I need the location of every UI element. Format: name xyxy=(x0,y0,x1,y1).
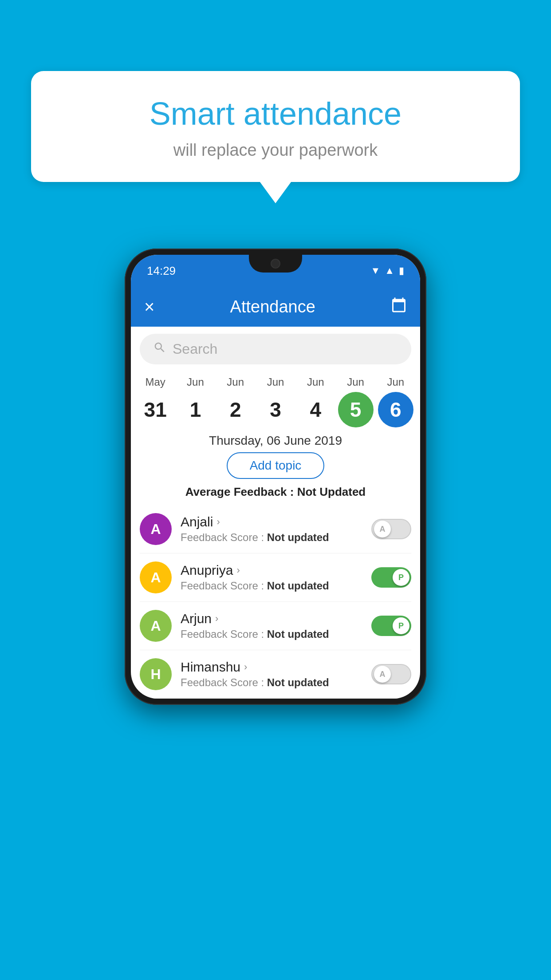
status-time: 14:29 xyxy=(147,264,176,278)
cal-date-number: 31 xyxy=(138,392,173,427)
battery-icon: ▮ xyxy=(399,265,404,277)
calendar-day[interactable]: Jun6 xyxy=(378,376,413,427)
cal-date-number: 6 xyxy=(378,392,413,427)
student-name: Anupriya › xyxy=(181,563,362,578)
calendar-day[interactable]: Jun4 xyxy=(298,376,333,427)
calendar-day[interactable]: May31 xyxy=(138,376,173,427)
signal-icon: ▲ xyxy=(385,265,394,277)
speech-bubble: Smart attendance will replace your paper… xyxy=(31,71,520,182)
attendance-toggle[interactable]: P xyxy=(371,616,411,636)
student-avatar: A xyxy=(140,513,172,545)
add-topic-button[interactable]: Add topic xyxy=(227,452,325,479)
chevron-right-icon: › xyxy=(216,516,220,528)
attendance-toggle[interactable]: P xyxy=(371,567,411,588)
cal-month-label: May xyxy=(145,376,165,388)
avg-feedback-value: Not Updated xyxy=(297,485,366,498)
calendar-icon[interactable] xyxy=(391,297,407,316)
cal-date-number: 1 xyxy=(177,392,213,427)
search-bar[interactable]: Search xyxy=(140,334,411,364)
student-list: AAnjali ›Feedback Score : Not updatedAAA… xyxy=(131,505,420,699)
phone-outer: 14:29 ▼ ▲ ▮ × Attendance xyxy=(125,249,426,705)
student-name: Arjun › xyxy=(181,611,362,626)
chevron-right-icon: › xyxy=(215,613,218,624)
student-feedback-score: Feedback Score : Not updated xyxy=(181,676,362,689)
app-header: × Attendance xyxy=(131,287,420,327)
student-feedback-score: Feedback Score : Not updated xyxy=(181,628,362,640)
calendar-day[interactable]: Jun5 xyxy=(338,376,374,427)
selected-date-label: Thursday, 06 June 2019 xyxy=(131,434,420,448)
student-info: Himanshu ›Feedback Score : Not updated xyxy=(181,660,362,689)
wifi-icon: ▼ xyxy=(370,265,380,277)
cal-month-label: Jun xyxy=(307,376,324,388)
student-item[interactable]: HHimanshu ›Feedback Score : Not updatedA xyxy=(140,650,411,699)
calendar-day[interactable]: Jun2 xyxy=(218,376,253,427)
student-feedback-score: Feedback Score : Not updated xyxy=(181,531,362,544)
cal-date-number: 3 xyxy=(258,392,293,427)
student-item[interactable]: AAnjali ›Feedback Score : Not updatedA xyxy=(140,505,411,553)
calendar-strip: May31Jun1Jun2Jun3Jun4Jun5Jun6 xyxy=(131,371,420,427)
cal-month-label: Jun xyxy=(227,376,244,388)
notch xyxy=(249,255,302,273)
close-button[interactable]: × xyxy=(144,297,154,317)
search-placeholder: Search xyxy=(173,341,217,357)
student-item[interactable]: AAnupriya ›Feedback Score : Not updatedP xyxy=(140,553,411,602)
search-icon xyxy=(153,341,166,357)
front-camera xyxy=(271,259,280,269)
avg-feedback-label: Average Feedback : xyxy=(185,485,297,498)
cal-date-number: 5 xyxy=(338,392,374,427)
student-avatar: A xyxy=(140,561,172,593)
attendance-toggle[interactable]: A xyxy=(371,519,411,539)
student-item[interactable]: AArjun ›Feedback Score : Not updatedP xyxy=(140,602,411,650)
phone-screen: 14:29 ▼ ▲ ▮ × Attendance xyxy=(131,255,420,699)
cal-date-number: 2 xyxy=(218,392,253,427)
app-title: Attendance xyxy=(230,297,315,316)
cal-month-label: Jun xyxy=(347,376,364,388)
attendance-toggle[interactable]: A xyxy=(371,664,411,684)
status-icons: ▼ ▲ ▮ xyxy=(370,265,404,277)
student-feedback-score: Feedback Score : Not updated xyxy=(181,580,362,592)
student-avatar: A xyxy=(140,610,172,642)
cal-date-number: 4 xyxy=(298,392,333,427)
student-info: Anupriya ›Feedback Score : Not updated xyxy=(181,563,362,592)
calendar-day[interactable]: Jun3 xyxy=(258,376,293,427)
student-avatar: H xyxy=(140,658,172,690)
status-bar: 14:29 ▼ ▲ ▮ xyxy=(131,255,420,287)
student-name: Himanshu › xyxy=(181,660,362,675)
cal-month-label: Jun xyxy=(267,376,284,388)
cal-month-label: Jun xyxy=(187,376,204,388)
chevron-right-icon: › xyxy=(244,661,247,673)
bubble-title: Smart attendance xyxy=(58,95,493,132)
bubble-subtitle: will replace your paperwork xyxy=(58,141,493,160)
chevron-right-icon: › xyxy=(236,565,240,576)
avg-feedback: Average Feedback : Not Updated xyxy=(131,485,420,499)
student-info: Arjun ›Feedback Score : Not updated xyxy=(181,611,362,640)
phone-wrapper: 14:29 ▼ ▲ ▮ × Attendance xyxy=(125,249,426,705)
student-name: Anjali › xyxy=(181,514,362,530)
cal-month-label: Jun xyxy=(387,376,404,388)
student-info: Anjali ›Feedback Score : Not updated xyxy=(181,514,362,544)
calendar-day[interactable]: Jun1 xyxy=(177,376,213,427)
